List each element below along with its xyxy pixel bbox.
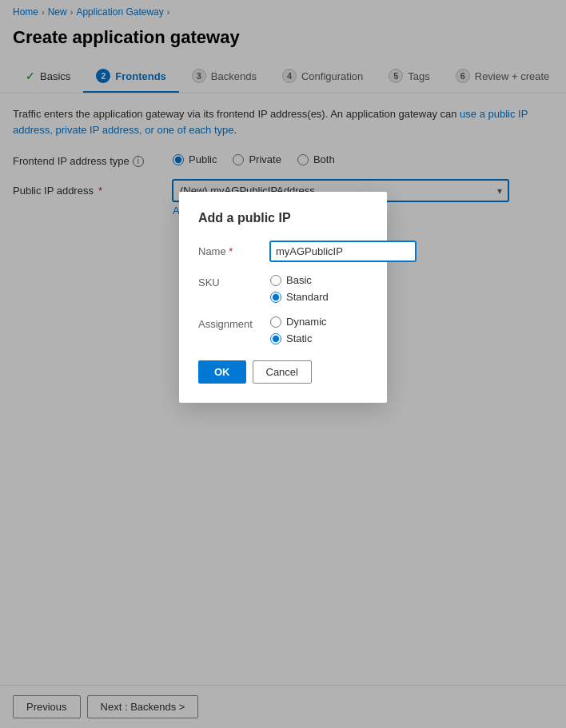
add-public-ip-modal: Add a public IP Name * SKU Basic Standar… <box>179 192 387 229</box>
modal-overlay: Add a public IP Name * SKU Basic Standar… <box>0 0 566 229</box>
modal-title: Add a public IP <box>198 211 368 225</box>
